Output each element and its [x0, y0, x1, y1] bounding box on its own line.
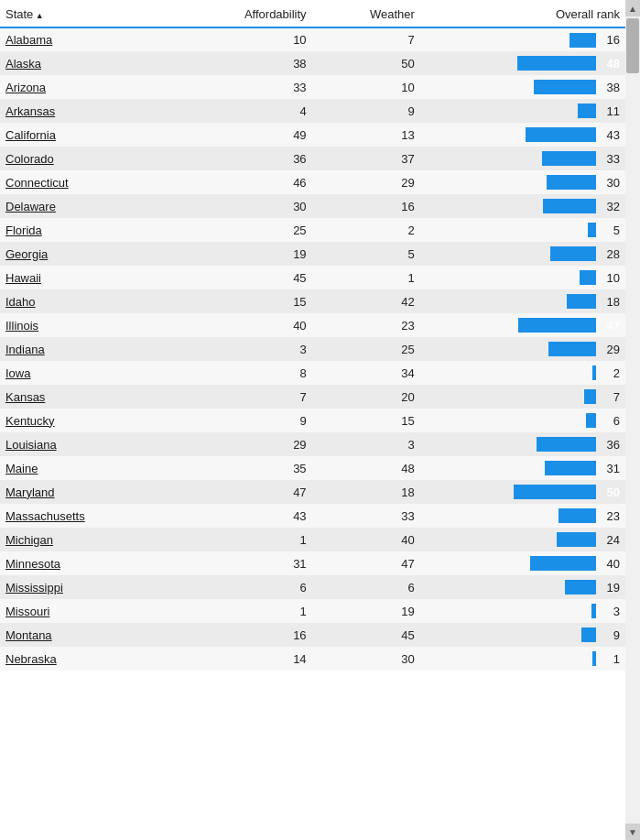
state-name[interactable]: Missouri — [0, 599, 192, 623]
table-row: Minnesota 31 47 40 — [0, 551, 625, 575]
state-name[interactable]: Maine — [0, 456, 192, 480]
overall-rank-cell: 2 — [433, 361, 625, 385]
state-name[interactable]: Georgia — [0, 242, 192, 266]
weather-value: 29 — [325, 170, 433, 194]
weather-value: 33 — [325, 504, 433, 528]
state-name[interactable]: Michigan — [0, 528, 192, 551]
state-name[interactable]: Kansas — [0, 385, 192, 409]
weather-value: 20 — [325, 385, 433, 409]
state-name[interactable]: Idaho — [0, 289, 192, 313]
scrollbar-thumb[interactable] — [626, 18, 639, 73]
rank-bar — [591, 604, 596, 618]
table-row: Florida 25 2 5 — [0, 218, 625, 242]
rank-number: 50 — [600, 485, 620, 499]
weather-value: 34 — [325, 361, 433, 385]
overall-rank-cell: 48 — [433, 51, 625, 75]
table-row: Hawaii 45 1 10 — [0, 266, 625, 289]
rank-bar — [542, 151, 596, 166]
rank-bar — [592, 651, 596, 666]
state-name[interactable]: Massachusetts — [0, 504, 192, 528]
affordability-value: 10 — [192, 27, 324, 51]
rank-number: 9 — [600, 628, 620, 642]
rank-number: 32 — [600, 200, 620, 213]
state-name[interactable]: Alabama — [0, 27, 192, 51]
overall-rank-cell: 36 — [433, 432, 625, 456]
rank-bar — [559, 508, 596, 523]
rank-number: 3 — [600, 605, 620, 618]
rank-bar — [545, 461, 596, 475]
state-name[interactable]: Nebraska — [0, 647, 192, 671]
weather-value: 25 — [325, 337, 433, 361]
overall-rank-cell: 47 — [433, 313, 625, 337]
state-name[interactable]: Colorado — [0, 147, 192, 170]
affordability-value: 1 — [192, 599, 324, 623]
table-row: Iowa 8 34 2 — [0, 361, 625, 385]
data-table: State Affordability Weather Overall rank… — [0, 0, 625, 671]
table-row: Idaho 15 42 18 — [0, 289, 625, 313]
scrollbar[interactable]: ▲ ▼ — [625, 0, 640, 840]
table-row: Georgia 19 5 28 — [0, 242, 625, 266]
table-row: Indiana 3 25 29 — [0, 337, 625, 361]
header-row: State Affordability Weather Overall rank — [0, 0, 625, 27]
weather-value: 23 — [325, 313, 433, 337]
table-container: State Affordability Weather Overall rank… — [0, 0, 640, 840]
state-name[interactable]: Indiana — [0, 337, 192, 361]
rank-bar — [514, 485, 596, 499]
state-name[interactable]: Iowa — [0, 361, 192, 385]
table-row: Kentucky 9 15 6 — [0, 409, 625, 432]
overall-rank-cell: 6 — [433, 409, 625, 432]
weather-column-header[interactable]: Weather — [325, 0, 433, 27]
overall-rank-cell: 18 — [433, 289, 625, 313]
rank-bar — [580, 270, 596, 285]
state-name[interactable]: Mississippi — [0, 575, 192, 599]
state-name[interactable]: Alaska — [0, 51, 192, 75]
rank-bar — [526, 127, 596, 142]
state-name[interactable]: Maryland — [0, 480, 192, 504]
state-name[interactable]: Kentucky — [0, 409, 192, 432]
rank-number: 7 — [600, 390, 620, 404]
affordability-value: 15 — [192, 289, 324, 313]
affordability-value: 35 — [192, 456, 324, 480]
overall-rank-cell: 9 — [433, 623, 625, 647]
table-row: Delaware 30 16 32 — [0, 194, 625, 218]
scroll-down-button[interactable]: ▼ — [625, 824, 640, 840]
affordability-value: 14 — [192, 647, 324, 671]
rank-number: 23 — [600, 509, 620, 523]
rank-number: 18 — [600, 295, 620, 309]
rank-bar — [588, 223, 596, 237]
weather-value: 13 — [325, 123, 433, 147]
state-column-header[interactable]: State — [0, 0, 192, 27]
state-name[interactable]: California — [0, 123, 192, 147]
weather-value: 45 — [325, 623, 433, 647]
rank-number: 16 — [600, 33, 620, 47]
overall-rank-cell: 16 — [433, 27, 625, 51]
state-name[interactable]: Illinois — [0, 313, 192, 337]
scroll-up-button[interactable]: ▲ — [625, 0, 640, 16]
rank-bar — [569, 33, 596, 48]
state-name[interactable]: Arkansas — [0, 99, 192, 123]
affordability-value: 46 — [192, 170, 324, 194]
affordability-value: 9 — [192, 409, 324, 432]
state-name[interactable]: Montana — [0, 623, 192, 647]
overall-column-header[interactable]: Overall rank — [433, 0, 625, 27]
state-name[interactable]: Arizona — [0, 75, 192, 99]
weather-value: 1 — [325, 266, 433, 289]
rank-bar — [565, 580, 596, 595]
state-name[interactable]: Florida — [0, 218, 192, 242]
state-name[interactable]: Minnesota — [0, 551, 192, 575]
state-name[interactable]: Louisiana — [0, 432, 192, 456]
weather-value: 18 — [325, 480, 433, 504]
affordability-column-header[interactable]: Affordability — [192, 0, 324, 27]
rank-number: 38 — [600, 81, 620, 94]
table-row: Massachusetts 43 33 23 — [0, 504, 625, 528]
state-name[interactable]: Hawaii — [0, 266, 192, 289]
overall-rank-cell: 31 — [433, 456, 625, 480]
state-name[interactable]: Connecticut — [0, 170, 192, 194]
table-row: Arizona 33 10 38 — [0, 75, 625, 99]
rank-bar — [567, 294, 596, 309]
affordability-value: 43 — [192, 504, 324, 528]
state-name[interactable]: Delaware — [0, 194, 192, 218]
weather-value: 2 — [325, 218, 433, 242]
overall-rank-cell: 23 — [433, 504, 625, 528]
rank-bar — [543, 199, 596, 213]
